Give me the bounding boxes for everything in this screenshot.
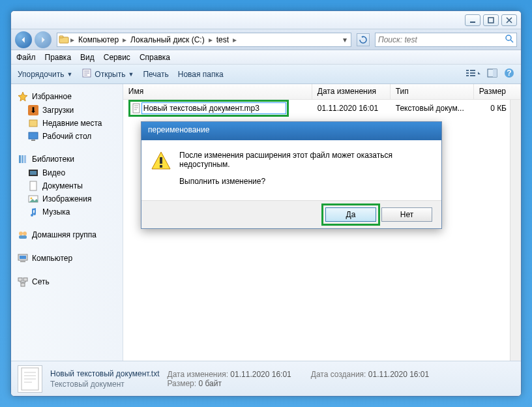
menu-tools[interactable]: Сервис bbox=[104, 53, 130, 62]
breadcrumb[interactable]: ▸ Компьютер ▸ Локальный диск (C:) ▸ test… bbox=[57, 33, 351, 47]
folder-icon bbox=[59, 35, 69, 45]
svg-rect-7 bbox=[466, 72, 469, 74]
sidebar-downloads[interactable]: ⬇Загрузки bbox=[14, 104, 120, 117]
minimize-button[interactable] bbox=[465, 14, 480, 26]
sidebar-libraries[interactable]: Библиотеки bbox=[14, 152, 120, 166]
svg-point-4 bbox=[506, 35, 511, 40]
maximize-button[interactable] bbox=[483, 14, 499, 26]
forward-button[interactable] bbox=[35, 31, 52, 48]
svg-rect-20 bbox=[22, 155, 23, 163]
sidebar-computer[interactable]: Компьютер bbox=[14, 251, 120, 265]
svg-rect-32 bbox=[20, 261, 25, 262]
svg-rect-6 bbox=[466, 70, 469, 71]
menu-view[interactable]: Вид bbox=[80, 53, 95, 62]
chevron-right-icon: ▸ bbox=[209, 35, 213, 44]
open-button[interactable]: Открыть▼ bbox=[81, 68, 134, 80]
svg-rect-35 bbox=[21, 283, 25, 286]
close-button[interactable] bbox=[501, 14, 517, 26]
star-icon bbox=[18, 91, 28, 102]
toolbar: Упорядочить▼ Открыть▼ Печать Новая папка… bbox=[11, 65, 521, 84]
view-options-icon[interactable] bbox=[466, 68, 480, 80]
crumb-folder[interactable]: test bbox=[214, 35, 231, 44]
svg-rect-16 bbox=[29, 120, 37, 127]
notepad-icon bbox=[81, 68, 92, 80]
svg-rect-1 bbox=[488, 18, 494, 23]
dialog-message-1: После изменения расширения этот файл мож… bbox=[179, 151, 432, 169]
vertical-scrollbar[interactable] bbox=[510, 100, 521, 361]
no-button[interactable]: Нет bbox=[381, 207, 432, 222]
details-modified: 01.11.2020 16:01 bbox=[230, 370, 291, 379]
chevron-right-icon: ▸ bbox=[123, 35, 126, 44]
details-size: 0 байт bbox=[198, 379, 221, 388]
svg-rect-18 bbox=[31, 140, 35, 141]
sidebar: Избранное ⬇Загрузки Недавние места Рабоч… bbox=[11, 84, 123, 361]
search-input[interactable] bbox=[378, 35, 505, 44]
search-icon bbox=[505, 34, 514, 45]
svg-rect-13 bbox=[493, 69, 497, 77]
video-icon bbox=[28, 168, 38, 178]
svg-rect-17 bbox=[29, 132, 38, 139]
computer-icon bbox=[18, 253, 28, 264]
sidebar-desktop[interactable]: Рабочий стол bbox=[14, 130, 120, 143]
print-button[interactable]: Печать bbox=[143, 70, 168, 79]
svg-rect-31 bbox=[20, 256, 26, 259]
svg-rect-11 bbox=[470, 75, 475, 76]
help-icon[interactable]: ? bbox=[504, 68, 514, 80]
details-pane: Новый текстовый документ.txt Текстовый д… bbox=[11, 361, 521, 396]
sidebar-music[interactable]: Музыка bbox=[14, 205, 120, 219]
file-date: 01.11.2020 16:01 bbox=[312, 104, 391, 113]
sidebar-network[interactable]: Сеть bbox=[14, 275, 120, 289]
svg-point-28 bbox=[23, 232, 27, 235]
back-button[interactable] bbox=[15, 31, 32, 48]
refresh-button[interactable] bbox=[357, 33, 370, 46]
sidebar-pictures[interactable]: Изображения bbox=[14, 192, 120, 205]
navbar: ▸ Компьютер ▸ Локальный диск (C:) ▸ test… bbox=[11, 29, 521, 50]
svg-rect-21 bbox=[24, 155, 26, 163]
search-box[interactable] bbox=[375, 33, 517, 47]
svg-text:?: ? bbox=[507, 68, 511, 78]
new-folder-button[interactable]: Новая папка bbox=[178, 70, 224, 79]
col-type[interactable]: Тип bbox=[391, 84, 474, 99]
svg-rect-9 bbox=[470, 70, 475, 71]
dialog-title: переименование bbox=[141, 122, 441, 140]
crumb-computer[interactable]: Компьютер bbox=[76, 35, 121, 44]
titlebar bbox=[11, 11, 521, 29]
homegroup-icon bbox=[18, 230, 28, 240]
svg-rect-23 bbox=[30, 171, 37, 175]
svg-rect-33 bbox=[18, 278, 22, 281]
svg-rect-10 bbox=[470, 72, 475, 74]
library-icon bbox=[18, 154, 28, 164]
details-created-label: Дата создания: bbox=[311, 370, 366, 379]
sidebar-videos[interactable]: Видео bbox=[14, 166, 120, 179]
warning-icon bbox=[151, 151, 171, 172]
music-icon bbox=[28, 207, 38, 217]
menu-edit[interactable]: Правка bbox=[45, 53, 72, 62]
rename-highlight bbox=[128, 100, 289, 117]
breadcrumb-dropdown[interactable]: ▾ bbox=[340, 35, 349, 44]
menu-file[interactable]: Файл bbox=[16, 53, 36, 62]
svg-rect-34 bbox=[23, 278, 27, 281]
document-icon bbox=[28, 181, 38, 191]
sidebar-favorites[interactable]: Избранное bbox=[14, 89, 120, 104]
menubar: Файл Правка Вид Сервис Справка bbox=[11, 50, 521, 65]
svg-point-26 bbox=[31, 198, 33, 200]
sidebar-documents[interactable]: Документы bbox=[14, 179, 120, 192]
menu-help[interactable]: Справка bbox=[140, 53, 170, 62]
organize-button[interactable]: Упорядочить▼ bbox=[18, 70, 72, 79]
col-name[interactable]: Имя bbox=[123, 84, 312, 99]
file-row[interactable]: 01.11.2020 16:01 Текстовый докум... 0 КБ bbox=[123, 101, 521, 115]
sidebar-recent[interactable]: Недавние места bbox=[14, 117, 120, 130]
col-size[interactable]: Размер bbox=[474, 84, 521, 99]
chevron-right-icon: ▸ bbox=[70, 35, 74, 44]
file-type: Текстовый докум... bbox=[391, 104, 474, 113]
details-modified-label: Дата изменения: bbox=[168, 370, 229, 379]
rename-input[interactable] bbox=[141, 102, 286, 114]
rename-dialog: переименование После изменения расширени… bbox=[141, 121, 442, 229]
col-date[interactable]: Дата изменения bbox=[312, 84, 391, 99]
preview-pane-icon[interactable] bbox=[487, 68, 497, 80]
crumb-drive[interactable]: Локальный диск (C:) bbox=[128, 35, 207, 44]
svg-rect-3 bbox=[59, 36, 63, 38]
sidebar-homegroup[interactable]: Домашняя группа bbox=[14, 228, 120, 242]
svg-rect-36 bbox=[133, 104, 140, 113]
yes-button[interactable]: Да bbox=[325, 207, 376, 222]
